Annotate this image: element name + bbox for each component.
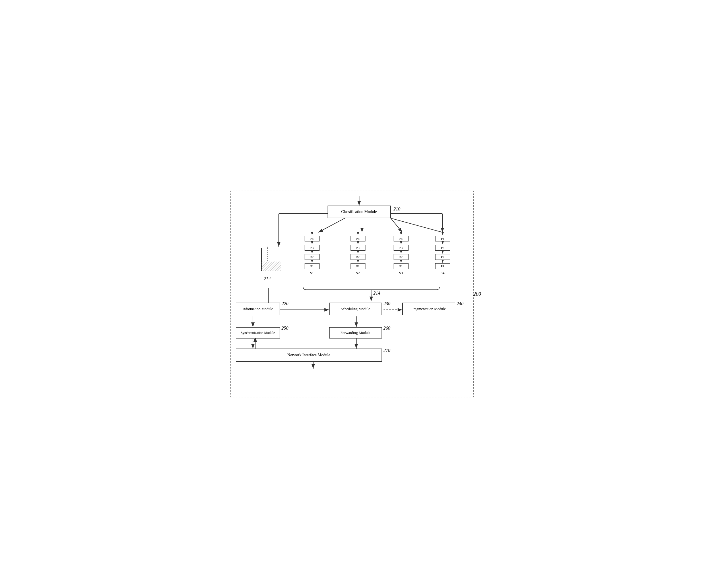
ref-214: 214 <box>374 291 380 296</box>
s3-top-arrow <box>394 232 408 236</box>
outer-border <box>230 191 474 397</box>
s4-arrow1 <box>435 241 450 245</box>
ref-200-label: 200 <box>473 291 481 297</box>
synchronization-module-label: Synchronization Module <box>241 331 275 335</box>
scheduling-module-label: Scheduling Module <box>341 307 370 311</box>
forwarding-module-box: Forwarding Module <box>329 327 382 338</box>
queue-group-s2: P4 P3 P2 P1 S2 <box>351 232 365 275</box>
s2-arrow3 <box>351 260 365 263</box>
s2-arrow2 <box>351 251 365 254</box>
s3-arrow1 <box>394 241 408 245</box>
fragmentation-module-label: Fragmentation Module <box>411 307 446 311</box>
s1-arrow3 <box>304 260 319 263</box>
s2-p2: P2 <box>351 254 365 260</box>
svg-rect-24 <box>261 261 281 271</box>
s3-arrow3 <box>394 260 408 263</box>
network-interface-module-box: Network Interface Module <box>236 349 382 362</box>
ref-210: 210 <box>394 206 400 212</box>
s1-label: S1 <box>310 271 314 275</box>
s3-p3: P3 <box>394 245 408 251</box>
s2-p4: P4 <box>351 236 365 241</box>
s2-top-arrow <box>351 232 365 236</box>
s1-arrow2 <box>304 251 319 254</box>
s3-label: S3 <box>399 271 403 275</box>
forwarding-module-label: Forwarding Module <box>340 331 370 335</box>
fragmentation-module-box: Fragmentation Module <box>402 302 455 315</box>
ref-220: 220 <box>282 301 289 306</box>
s1-top-arrow <box>304 232 319 236</box>
s1-p2: P2 <box>304 254 319 260</box>
s4-p3: P3 <box>435 245 450 251</box>
s2-label: S2 <box>356 271 360 275</box>
s4-p4: P4 <box>435 236 450 241</box>
s4-p1: P1 <box>435 263 450 269</box>
s4-arrow2 <box>435 251 450 254</box>
ref-240: 240 <box>457 301 464 306</box>
queue-group-s4: P4 P3 P2 P1 S4 <box>435 232 450 275</box>
network-interface-module-label: Network Interface Module <box>288 353 330 357</box>
synchronization-module-box: Synchronization Module <box>236 327 280 338</box>
buffer-tank <box>260 247 283 274</box>
ref-260: 260 <box>383 326 390 331</box>
s1-p4: P4 <box>304 236 319 241</box>
s4-label: S4 <box>441 271 445 275</box>
scheduling-module-box: Scheduling Module <box>329 302 382 315</box>
s2-p3: P3 <box>351 245 365 251</box>
s4-arrow3 <box>435 260 450 263</box>
queue-group-s1: P4 P3 P2 P1 S1 <box>304 232 319 275</box>
ref-250: 250 <box>282 326 289 331</box>
information-module-box: Information Module <box>236 302 280 315</box>
classification-module-label: Classification Module <box>341 210 377 214</box>
s4-p2: P2 <box>435 254 450 260</box>
s1-p1: P1 <box>304 263 319 269</box>
s1-p3: P3 <box>304 245 319 251</box>
s2-p1: P1 <box>351 263 365 269</box>
ref-212: 212 <box>264 276 271 281</box>
page: 200 <box>221 182 497 406</box>
s3-p1: P1 <box>394 263 408 269</box>
ref-270: 270 <box>383 348 390 353</box>
classification-module-box: Classification Module <box>328 206 391 218</box>
s3-p2: P2 <box>394 254 408 260</box>
ref-230: 230 <box>383 301 390 306</box>
s4-top-arrow <box>435 232 450 236</box>
s3-p4: P4 <box>394 236 408 241</box>
s3-arrow2 <box>394 251 408 254</box>
tank-svg <box>260 247 283 274</box>
queue-group-s3: P4 P3 P2 P1 S3 <box>394 232 408 275</box>
s1-arrow1 <box>304 241 319 245</box>
information-module-label: Information Module <box>242 307 273 311</box>
s2-arrow1 <box>351 241 365 245</box>
